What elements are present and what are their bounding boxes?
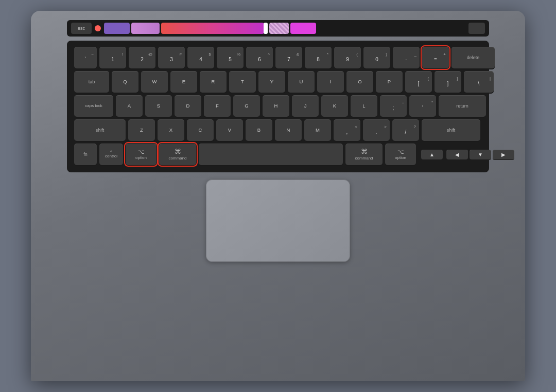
key-fn[interactable]: fn <box>74 144 97 165</box>
keyboard: ~ ` ! 1 @ 2 # 3 $ 4 % 5 <box>67 41 489 172</box>
key-o[interactable]: O <box>346 71 373 93</box>
key-command-right[interactable]: ⌘ command <box>345 144 383 165</box>
key-arrow-right[interactable]: ▶ <box>493 150 514 159</box>
key-6[interactable]: ^ 6 <box>246 47 273 68</box>
key-2[interactable]: @ 2 <box>129 47 155 68</box>
key-i[interactable]: I <box>317 71 344 93</box>
key-command-left[interactable]: ⌘ command <box>159 144 196 165</box>
key-minus[interactable]: _ - <box>393 47 420 68</box>
key-quote[interactable]: " ' <box>409 95 436 117</box>
key-v[interactable]: V <box>216 119 243 141</box>
key-k[interactable]: K <box>321 95 348 117</box>
key-3[interactable]: # 3 <box>158 47 185 68</box>
key-8[interactable]: * 8 <box>305 47 332 68</box>
key-y[interactable]: Y <box>258 71 285 93</box>
key-open-bracket[interactable]: { [ <box>405 71 432 93</box>
close-icon <box>95 25 101 31</box>
key-tab[interactable]: tab <box>74 71 109 93</box>
key-q[interactable]: Q <box>112 71 138 93</box>
qwerty-row: tab Q W E R T Y U I O P { [ } ] | \ <box>74 71 482 93</box>
number-row: ~ ` ! 1 @ 2 # 3 $ 4 % 5 <box>74 47 482 68</box>
key-caps-lock[interactable]: caps lock <box>74 95 113 117</box>
key-a[interactable]: A <box>116 95 143 117</box>
key-m[interactable]: M <box>304 119 331 141</box>
key-l[interactable]: L <box>351 95 377 117</box>
key-w[interactable]: W <box>141 71 168 93</box>
key-u[interactable]: U <box>288 71 315 93</box>
key-1[interactable]: ! 1 <box>99 47 126 68</box>
key-j[interactable]: J <box>292 95 319 117</box>
key-backslash[interactable]: | \ <box>464 71 494 93</box>
key-arrow-up[interactable]: ▲ <box>421 150 443 159</box>
key-semicolon[interactable]: : ; <box>380 95 407 117</box>
key-period[interactable]: > . <box>363 119 390 141</box>
key-control[interactable]: ^ control <box>99 144 123 165</box>
zxcv-row: shift Z X C V B N M < , > . ? / shift <box>74 119 482 141</box>
key-shift-right[interactable]: shift <box>422 119 480 141</box>
touch-bar: esc <box>67 20 489 37</box>
key-5[interactable]: % 5 <box>217 47 244 68</box>
key-delete[interactable]: delete <box>451 47 495 68</box>
touch-bar-right-button[interactable] <box>468 23 485 34</box>
asdf-row: caps lock A S D F G H J K L : ; " ' retu… <box>74 95 482 117</box>
window-controls <box>95 25 101 31</box>
key-option-left[interactable]: ⌥ option <box>126 144 157 165</box>
laptop-body: esc ~ ` ! 1 @ 2 <box>31 11 525 381</box>
key-comma[interactable]: < , <box>334 119 360 141</box>
key-n[interactable]: N <box>275 119 302 141</box>
key-c[interactable]: C <box>187 119 214 141</box>
key-7[interactable]: & 7 <box>275 47 302 68</box>
key-return[interactable]: return <box>439 95 486 117</box>
key-e[interactable]: E <box>170 71 197 93</box>
key-f[interactable]: F <box>204 95 231 117</box>
key-p[interactable]: P <box>376 71 403 93</box>
key-plus-equals[interactable]: + = <box>422 47 449 68</box>
key-arrow-down[interactable]: ▼ <box>470 150 491 159</box>
key-4[interactable]: $ 4 <box>187 47 214 68</box>
key-9[interactable]: ( 9 <box>334 47 361 68</box>
key-space[interactable] <box>199 144 343 165</box>
key-slash[interactable]: ? / <box>392 119 419 141</box>
key-close-bracket[interactable]: } ] <box>435 71 461 93</box>
key-option-right[interactable]: ⌥ option <box>385 144 416 165</box>
key-tilde[interactable]: ~ ` <box>74 47 97 68</box>
touch-bar-media-strip[interactable] <box>104 23 465 34</box>
key-x[interactable]: X <box>158 119 184 141</box>
key-t[interactable]: T <box>229 71 256 93</box>
key-arrow-left[interactable]: ◀ <box>446 150 468 159</box>
key-d[interactable]: D <box>175 95 201 117</box>
key-h[interactable]: H <box>263 95 289 117</box>
key-shift-left[interactable]: shift <box>74 119 126 141</box>
key-r[interactable]: R <box>200 71 227 93</box>
key-s[interactable]: S <box>145 95 172 117</box>
key-0[interactable]: ) 0 <box>363 47 390 68</box>
key-b[interactable]: B <box>246 119 272 141</box>
trackpad[interactable] <box>206 180 350 262</box>
key-z[interactable]: Z <box>128 119 155 141</box>
esc-key[interactable]: esc <box>71 23 92 34</box>
bottom-row: fn ^ control ⌥ option ⌘ command ⌘ comman… <box>74 144 482 165</box>
key-g[interactable]: G <box>233 95 260 117</box>
